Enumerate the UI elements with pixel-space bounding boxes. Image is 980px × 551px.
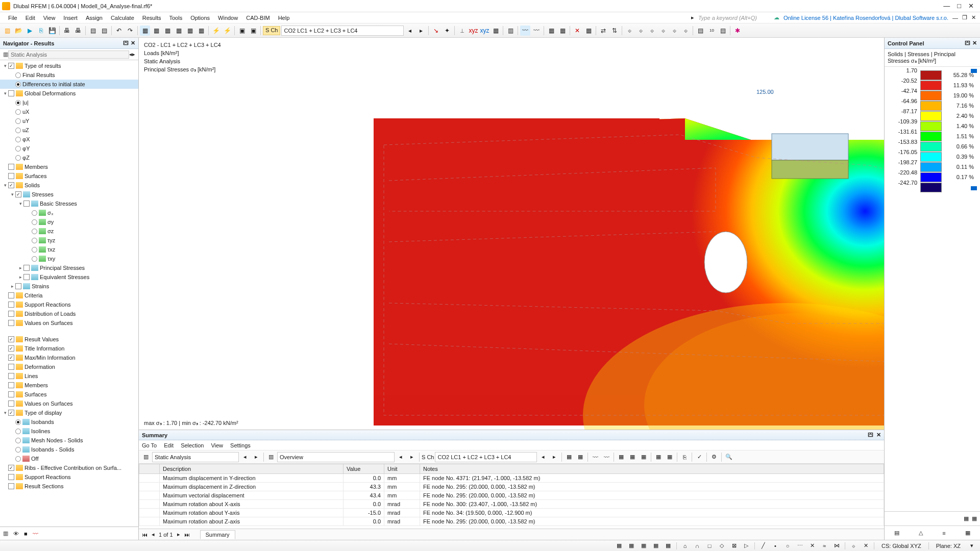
nav-btn4[interactable]: 〰 — [33, 531, 38, 537]
tb-r[interactable]: ⟐ — [680, 26, 691, 36]
tree-item[interactable]: Title Information — [0, 344, 138, 353]
nav-btn2[interactable]: 👁 — [13, 531, 19, 537]
menu-help[interactable]: Help — [274, 14, 294, 22]
tree-item[interactable]: Members — [0, 162, 138, 171]
sb-9[interactable]: ◇ — [717, 541, 727, 550]
sb-17[interactable]: ≈ — [819, 541, 829, 550]
sum-tb-b[interactable]: ▦ — [575, 452, 585, 462]
tb-s[interactable]: ▤ — [695, 26, 705, 36]
sum-tb-c[interactable]: 〰 — [590, 452, 600, 462]
tb-n[interactable]: ⟐ — [635, 26, 646, 36]
close-button[interactable]: ✕ — [968, 2, 974, 10]
sb-19[interactable]: ⟐ — [848, 541, 859, 550]
sum-tb-l[interactable]: ⚙ — [709, 452, 719, 462]
pg-prev[interactable]: ◂ — [152, 531, 155, 538]
tb-iso2[interactable]: 〰 — [531, 26, 542, 36]
tree-item[interactable]: Final Results — [0, 70, 138, 80]
sb-12[interactable]: ╱ — [758, 541, 768, 550]
sum-combo-lc[interactable]: CO2 LC1 + LC2 + LC3 + LC4 — [435, 452, 537, 462]
tb-a[interactable]: ↘ — [431, 26, 441, 36]
nav-analysis-combo[interactable]: Static Analysis — [8, 51, 129, 59]
sb-13[interactable]: • — [770, 541, 780, 550]
doc-restore-button[interactable]: ❐ — [962, 14, 967, 21]
tb-i[interactable]: ▦ — [557, 26, 568, 36]
calc2-button[interactable]: ⚡ — [222, 26, 232, 36]
minimize-button[interactable]: — — [943, 2, 950, 10]
tree-item[interactable]: |u| — [0, 98, 138, 107]
tree-item[interactable]: uX — [0, 107, 138, 116]
tree-item[interactable]: τxy — [0, 254, 138, 263]
view2-button[interactable]: ▦ — [151, 26, 161, 36]
sum-menu-edit[interactable]: Edit — [164, 442, 174, 448]
cpanel-close-button[interactable]: ✕ — [972, 40, 977, 46]
nav-sel-next[interactable]: ▸ — [132, 51, 135, 58]
tree-item[interactable]: Result Sections — [0, 482, 138, 491]
cpanel-pin-button[interactable]: ⮹ — [965, 40, 970, 46]
tree-item[interactable]: Isobands - Solids — [0, 445, 138, 454]
tree-item[interactable]: ▾Type of display — [0, 408, 138, 417]
save-button[interactable]: 💾 — [47, 26, 57, 36]
tree-item[interactable]: Distribution of Loads — [0, 309, 138, 318]
sum-tb-search[interactable]: 🔍 — [724, 452, 734, 462]
tree-item[interactable]: Isolines — [0, 427, 138, 436]
tb-c[interactable]: ⟂ — [457, 26, 467, 36]
menu-edit[interactable]: Edit — [21, 14, 39, 22]
pg-first[interactable]: ⏮ — [142, 532, 148, 538]
navigator-tree[interactable]: ▾Type of resultsFinal ResultsDifferences… — [0, 60, 138, 527]
cp-tab3[interactable]: ≡ — [942, 530, 945, 536]
tb-b[interactable]: ✦ — [442, 26, 452, 36]
sb-5[interactable]: ▦ — [663, 541, 673, 550]
tree-item[interactable]: uY — [0, 116, 138, 126]
menu-tools[interactable]: Tools — [165, 14, 186, 22]
tree-item[interactable]: Mesh Nodes - Solids — [0, 436, 138, 445]
tb-d[interactable]: xyz — [468, 26, 478, 36]
sum-tb-h[interactable]: ▦ — [653, 452, 664, 462]
sum-prev3[interactable]: ◂ — [538, 452, 548, 462]
tree-item[interactable]: ▸Strains — [0, 282, 138, 291]
tb-l[interactable]: ⇅ — [609, 26, 620, 36]
sb-4[interactable]: ▦ — [651, 541, 661, 550]
tb-e[interactable]: xyz — [479, 26, 489, 36]
cp-tab1[interactable]: ▤ — [894, 530, 899, 536]
menu-view[interactable]: View — [39, 14, 60, 22]
tb-t[interactable]: 10 — [706, 26, 717, 36]
sb-16[interactable]: ✕ — [807, 541, 817, 550]
tree-item[interactable]: σy — [0, 217, 138, 227]
loadcase-combo[interactable]: CO2 LC1 + LC2 + LC3 + LC4 — [281, 26, 404, 36]
copy-button[interactable]: ⎘ — [36, 26, 46, 36]
tree-item[interactable]: ▾Type of results — [0, 61, 138, 70]
view6-button[interactable]: ▦ — [196, 26, 206, 36]
sum-combo-analysis[interactable]: Static Analysis — [152, 452, 239, 462]
tb-m[interactable]: ⟐ — [624, 26, 634, 36]
tb-q[interactable]: ⟐ — [669, 26, 679, 36]
summary-tab[interactable]: Summary — [200, 530, 235, 539]
view5-button[interactable]: ▦ — [185, 26, 195, 36]
sum-next2[interactable]: ▸ — [407, 452, 417, 462]
redo-button[interactable]: ↷ — [125, 26, 135, 36]
tree-item[interactable]: ▾Solids — [0, 181, 138, 190]
summary-close-button[interactable]: ✕ — [876, 432, 881, 438]
tree-item[interactable]: ▾Stresses — [0, 190, 138, 199]
view4-button[interactable]: ▦ — [174, 26, 184, 36]
sum-tb-i[interactable]: ▦ — [665, 452, 675, 462]
tree-item[interactable]: σₓ — [0, 208, 138, 217]
summary-pin-button[interactable]: ⮹ — [868, 432, 873, 438]
tree-item[interactable]: σz — [0, 227, 138, 236]
tree-item[interactable]: Support Reactions — [0, 300, 138, 309]
table-row[interactable]: Maximum rotation about Z-axis0.0mradFE n… — [139, 517, 884, 526]
tree-item[interactable]: ▾Basic Stresses — [0, 199, 138, 208]
table-row[interactable]: Maximum displacement in Z-direction43.3m… — [139, 483, 884, 491]
viewport-3d[interactable]: CO2 - LC1 + LC2 + LC3 + LC4 Loads [kN/m²… — [139, 38, 884, 430]
sb-plane-dd[interactable]: ▾ — [967, 541, 977, 550]
nav-btn3[interactable]: ■ — [24, 531, 28, 537]
sum-tb-e[interactable]: ▦ — [616, 452, 626, 462]
sum-menu-selection[interactable]: Selection — [181, 442, 204, 448]
tb-iso1[interactable]: 〰 — [520, 26, 530, 36]
tree-item[interactable]: ▸Equivalent Stresses — [0, 272, 138, 282]
tree-item[interactable]: φX — [0, 135, 138, 144]
tree-item[interactable]: Deformation — [0, 362, 138, 371]
sum-next1[interactable]: ▸ — [251, 452, 261, 462]
sb-14[interactable]: ○ — [782, 541, 793, 550]
tb-j[interactable]: ▦ — [583, 26, 594, 36]
tree-item[interactable]: Values on Surfaces — [0, 318, 138, 328]
